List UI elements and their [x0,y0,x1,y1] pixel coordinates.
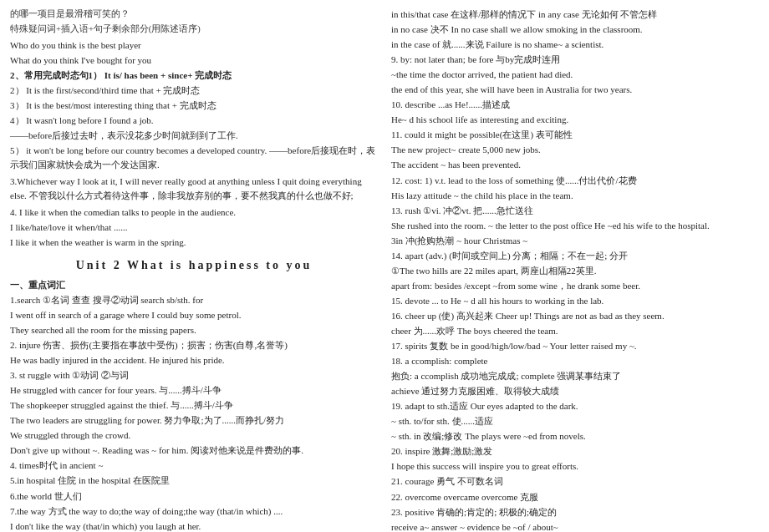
right-lines: in this/that case 在这样/那样的情况下 in any case… [391,8,759,532]
intro-line-2: What do you think I've bought for you [10,53,378,68]
vocab-14: 7.the way 方式 the way to do;the way of do… [10,504,378,519]
r-line-11: 12. cost: 1) v.t. lead to the loss of so… [391,174,759,188]
s2-item-2: 4） It wasn't long before I found a job. [10,114,378,128]
r-line-20: 16. cheer up (使) 高兴起来 Cheer up! Things a… [391,309,759,323]
r-line-30: I hope this success will inspire you to … [391,459,759,474]
page-container: 的哪一项目是最滑稽可笑的？ 特殊疑问词+插入语+句子剩余部分(用陈述语序) Wh… [10,7,759,532]
r-line-2: in the case of 就......来说 Failure is no s… [391,38,759,52]
header-line2: 特殊疑问词+插入语+句子剩余部分(用陈述语序) [10,23,378,36]
section2-title: 2、常用完成时态句1） It is/ has been + since+ 完成时… [10,68,378,83]
r-line-24: 抱负: a ccomplish 成功地完成成; complete 强调某事结束了 [391,369,759,383]
r-line-9: The new project~ create 5,000 new jobs. [391,143,759,157]
section3: 3.Whichever way I look at it, I will nev… [10,175,378,203]
vocab-5: 3. st ruggle with ①动词 ②与词 [10,368,378,383]
vocab-7: The shopkeeper struggled against the thi… [10,398,378,413]
s2-item-3: ——before后接过去时，表示没花多少时间就到到了工作. [10,129,378,143]
r-line-0: in this/that case 在这样/那样的情况下 in any case… [391,8,759,22]
r-line-26: 19. adapt to sth.适应 Our eyes adapted to … [391,399,759,413]
r-line-23: 18. a ccomplish: complete [391,354,759,368]
r-line-17: ①The two hills are 22 miles apart, 两座山相隔… [391,264,759,278]
r-line-22: 17. spirits 复数 be in good/high/low/bad ~… [391,339,759,353]
vocab-13: 6.the world 世人们 [10,489,378,504]
r-line-10: The accident ~ has been prevented. [391,158,759,172]
vocab-10: Don't give up without ~. Reading was ~ f… [10,443,378,458]
vocab-11: 4. times时代 in ancient ~ [10,459,378,473]
r-line-32: 22. overcome overcame overcome 克服 [391,490,759,504]
vocab-6: He struggled with cancer for four years.… [10,383,378,398]
r-line-7: He~ d his school life as interesting and… [391,113,759,127]
section2-items: 2） It is the first/second/third time tha… [10,84,378,172]
vocab-0: 1.search ①名词 查查 搜寻②动词 search sb/sth. for [10,293,378,307]
vocab-3: 2. injure 伤害、损伤(主要指在事故中受伤)；损害；伤害(自尊,名誉等) [10,338,378,352]
r-line-21: cheer 为......欢呼 The boys cheered the tea… [391,324,759,338]
vocab-2: They searched all the room for the missi… [10,323,378,337]
vocab-15: I don't like the way (that/in which) you… [10,519,378,532]
r-line-13: 13. rush ①vi. 冲②vt. 把......急忙送往 [391,204,759,218]
r-line-3: 9. by: not later than; be fore 与by完成时连用 [391,53,759,67]
intro-lines: Who do you think is the best player What… [10,38,378,68]
s2-item-0: 2） It is the first/second/third time tha… [10,84,378,98]
left-column: 的哪一项目是最滑稽可笑的？ 特殊疑问词+插入语+句子剩余部分(用陈述语序) Wh… [10,7,378,532]
r-line-18: apart from: besides /except ~from some w… [391,279,759,293]
right-column: in this/that case 在这样/那样的情况下 in any case… [391,7,759,532]
r-line-25: achieve 通过努力克服困难、取得较大成绩 [391,384,759,398]
vocab-4: He was badly injured in the accident. He… [10,353,378,367]
r-line-28: ~ sth. in 改编;修改 The plays were ~ed from … [391,429,759,443]
header-line1: 的哪一项目是最滑稽可笑的？ [10,8,378,21]
unit-title: Unit 2 What is happiness to you [10,256,378,275]
vocab-8: The two leaders are struggling for power… [10,413,378,428]
vocab-12: 5.in hospital 住院 in the hospital 在医院里 [10,474,378,488]
r-line-31: 21. courage 勇气 不可数名词 [391,474,759,489]
vocab-1: I went off in search of a garage where I… [10,308,378,322]
r-line-4: ~the time the doctor arrived, the patien… [391,68,759,82]
r-line-1: in no case 决不 In no case shall we allow … [391,23,759,37]
vocab-9: We struggled through the crowd. [10,428,378,443]
section4-sub: I like/hate/love it when/that ...... [10,220,378,235]
r-line-19: 15. devote ... to He ~ d all his hours t… [391,294,759,308]
s2-item-1: 3） It is the best/most interesting thing… [10,99,378,113]
vocab-items: 1.search ①名词 查查 搜寻②动词 search sb/sth. for… [10,293,378,532]
r-line-16: 14. apart (adv.) (时间或空间上) 分离；相隔；不在一起; 分开 [391,249,759,263]
r-line-33: 23. positive 肯确的;肯定的; 积极的;确定的 [391,505,759,519]
r-line-12: His lazy attitude ~ the child his place … [391,189,759,203]
vocab-title: 一、重点词汇 [10,278,378,292]
r-line-29: 20. inspire 激舞;激励;激发 [391,444,759,459]
r-line-34: receive a~ answer ~ evidence be ~of / ab… [391,520,759,532]
r-line-6: 10. describe ...as He!......描述成 [391,98,759,112]
r-line-5: the end of this year, she will have been… [391,83,759,97]
r-line-14: She rushed into the room. ~ the letter t… [391,219,759,233]
r-line-27: ~ sth. to/for sth. 使......适应 [391,414,759,428]
intro-line-1: Who do you think is the best player [10,38,378,53]
section4-sub2: I like it when the weather is warm in th… [10,236,378,250]
r-line-15: 3in 冲(抢购热潮 ~ hour Christmas ~ [391,234,759,248]
r-line-8: 11. could it might be possible(在这里) 表可能性 [391,128,759,142]
s2-item-4: 5） it won't be long before our country b… [10,144,378,172]
section4: 4. I like it when the comedian talks to … [10,205,378,220]
